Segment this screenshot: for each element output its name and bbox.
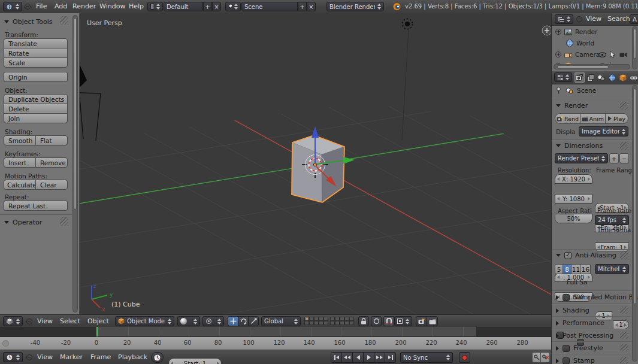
outliner-menu-search[interactable]: Search xyxy=(606,15,632,23)
layer-cell[interactable] xyxy=(314,317,319,321)
expand-icon[interactable] xyxy=(555,29,561,35)
outliner-menu-view[interactable]: View xyxy=(584,15,603,23)
join-button[interactable]: Join xyxy=(4,113,68,123)
render-panel-header[interactable]: Render xyxy=(556,102,588,110)
layer-cell[interactable] xyxy=(340,317,344,321)
tab-constraints[interactable] xyxy=(628,72,638,83)
expand-icon[interactable] xyxy=(555,51,561,57)
play-animation-button[interactable]: Play xyxy=(605,113,628,124)
tool-shelf-scrollbar[interactable] xyxy=(72,15,78,313)
panel-drag-corner[interactable] xyxy=(620,251,628,260)
scrollbar-thumb[interactable] xyxy=(633,29,636,59)
outliner-hscrollbar[interactable] xyxy=(554,64,630,69)
frame-start-field[interactable]: Start: 1 xyxy=(168,358,222,364)
render-engine-selector[interactable]: Blender Render xyxy=(326,2,384,11)
delete-button[interactable]: Delete xyxy=(4,104,68,114)
panel-drag-corner[interactable] xyxy=(620,344,628,351)
tab-object[interactable] xyxy=(618,72,628,83)
mode-selector[interactable]: Object Mode xyxy=(115,316,174,326)
insert-keyframe-button[interactable]: Insert xyxy=(4,157,36,168)
object-tools-panel-header[interactable]: Object Tools xyxy=(4,18,52,26)
menu-render[interactable]: Render xyxy=(71,2,98,10)
sampled-motion-blur-panel-header[interactable]: Sampled Motion Blu xyxy=(556,293,638,301)
render-still-button[interactable]: Rend xyxy=(555,113,580,124)
transform-orientation-selector[interactable]: Global xyxy=(261,316,301,326)
layout-close-button[interactable]: × xyxy=(212,2,221,11)
layer-grid-1[interactable] xyxy=(304,317,328,325)
editor-type-selector-properties[interactable] xyxy=(554,72,572,82)
selectable-cursor-icon[interactable] xyxy=(610,51,616,58)
repeat-last-button[interactable]: Repeat Last xyxy=(4,201,68,211)
region-expand-icon[interactable] xyxy=(542,26,551,35)
preset-remove-button[interactable]: − xyxy=(619,153,629,163)
aa-samples-16-button[interactable]: 16 xyxy=(580,264,591,274)
scrollbar-thumb[interactable] xyxy=(633,89,636,304)
pivot-point-selector[interactable] xyxy=(202,316,224,326)
layer-cell[interactable] xyxy=(319,317,323,321)
origin-button[interactable]: Origin xyxy=(4,72,68,82)
pin-icon[interactable] xyxy=(555,87,562,94)
flat-button[interactable]: Flat xyxy=(35,135,68,145)
manipulator-translate-toggle[interactable] xyxy=(228,316,238,326)
opengl-render-still-button[interactable] xyxy=(416,316,427,326)
next-keyframe-button[interactable] xyxy=(374,352,385,363)
aa-filter-selector[interactable]: Mitchell- xyxy=(595,264,629,274)
clear-paths-button[interactable]: Clear xyxy=(35,180,68,190)
menu-window[interactable]: Window xyxy=(98,2,127,10)
aa-samples-8-button[interactable]: 8 xyxy=(563,264,572,274)
timeline-menu-frame[interactable]: Frame xyxy=(89,353,113,361)
stamp-checkbox[interactable] xyxy=(563,357,570,364)
view3d-menu-object[interactable]: Object xyxy=(86,317,111,325)
layer-cell[interactable] xyxy=(330,321,335,325)
antialiasing-checkbox[interactable] xyxy=(564,252,572,259)
rotate-button[interactable]: Rotate xyxy=(4,48,68,58)
outliner-row-world[interactable]: World xyxy=(566,40,594,47)
panel-drag-corner[interactable] xyxy=(620,142,628,150)
outliner-camera-restrictions[interactable] xyxy=(598,51,627,58)
dimensions-panel-header[interactable]: Dimensions xyxy=(556,142,603,150)
editor-type-selector-3dview[interactable] xyxy=(3,316,23,326)
breadcrumb-scene-label[interactable]: Scene xyxy=(577,87,596,94)
performance-panel-header[interactable]: Performance xyxy=(556,319,604,327)
layout-name-field[interactable]: Default xyxy=(164,2,203,11)
scene-add-button[interactable]: + xyxy=(298,2,307,11)
view3d-menu-select[interactable]: Select xyxy=(58,317,82,325)
tab-render-layers[interactable] xyxy=(585,72,595,83)
lamp-object[interactable] xyxy=(402,19,413,141)
sampled-motion-blur-checkbox[interactable] xyxy=(563,294,570,301)
layer-cell[interactable] xyxy=(323,317,328,321)
layer-cell-active[interactable] xyxy=(304,317,309,321)
snap-element-selector[interactable] xyxy=(394,316,412,326)
proportional-edit-toggle[interactable] xyxy=(371,316,382,326)
layer-cell[interactable] xyxy=(335,321,340,325)
timeline-scrollbar-handle[interactable] xyxy=(2,340,9,347)
camera-object[interactable] xyxy=(80,65,101,141)
opengl-render-anim-button[interactable] xyxy=(427,316,438,326)
panel-drag-corner[interactable] xyxy=(60,16,68,25)
tab-render[interactable] xyxy=(574,72,585,83)
frame-rate-selector[interactable]: 24 fps xyxy=(595,215,629,225)
preview-range-toggle[interactable] xyxy=(151,352,164,363)
layer-grid-2[interactable] xyxy=(330,317,354,325)
layer-cell[interactable] xyxy=(314,321,319,325)
av-sync-selector[interactable]: No Sync xyxy=(400,352,453,363)
resolution-y-field[interactable]: Y: 1080 xyxy=(555,194,592,204)
layer-cell[interactable] xyxy=(309,317,314,321)
scene-close-button[interactable]: × xyxy=(307,2,316,11)
timeline-ruler[interactable]: -40 -20 0 20 40 60 80 100 120 140 160 18… xyxy=(0,336,551,350)
scene-lock-toggle[interactable] xyxy=(358,316,369,326)
snap-toggle[interactable] xyxy=(383,316,394,326)
layout-add-button[interactable]: + xyxy=(203,2,212,11)
editor-type-selector-outliner[interactable] xyxy=(555,14,573,24)
calculate-paths-button[interactable]: Calculate xyxy=(4,180,36,190)
timeline-menu-marker[interactable]: Marker xyxy=(58,353,84,361)
panel-drag-corner[interactable] xyxy=(620,102,628,110)
scale-button[interactable]: Scale xyxy=(4,57,68,68)
layer-cell[interactable] xyxy=(330,317,335,321)
panel-drag-corner[interactable] xyxy=(60,217,68,226)
play-button[interactable] xyxy=(363,352,374,363)
collapse-menus-icon[interactable] xyxy=(26,318,32,324)
scrollbar-thumb[interactable] xyxy=(557,65,609,69)
antialiasing-panel-header[interactable]: Anti-Aliasing xyxy=(556,251,616,259)
layer-cell[interactable] xyxy=(349,317,354,321)
